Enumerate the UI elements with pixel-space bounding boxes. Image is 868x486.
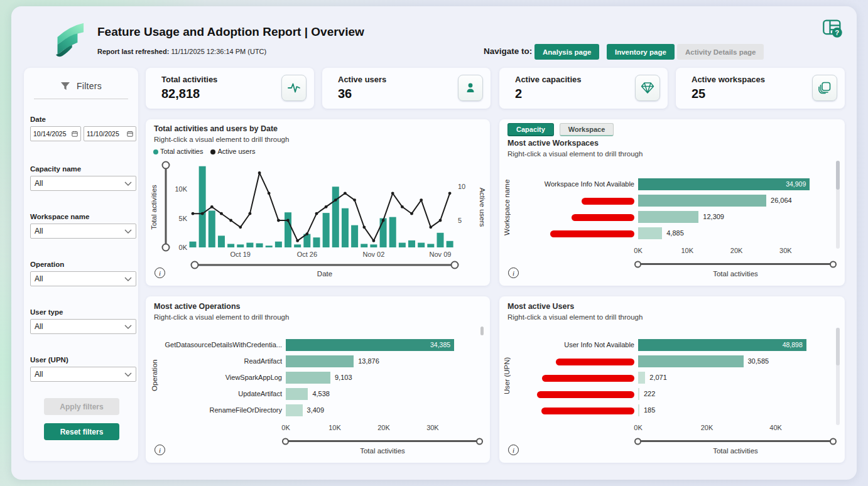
users-point[interactable] [334, 198, 337, 202]
bar[interactable] [286, 355, 354, 367]
slider-handle[interactable] [830, 261, 837, 267]
activity-bar[interactable] [285, 212, 291, 247]
users-point[interactable] [305, 232, 308, 235]
kpi-icon-button[interactable] [812, 75, 837, 101]
bar[interactable]: 34,909 [638, 178, 810, 190]
bar[interactable] [638, 195, 766, 207]
user-type-dropdown[interactable]: All [30, 319, 136, 334]
bar[interactable] [638, 211, 698, 223]
users-point[interactable] [448, 192, 452, 195]
info-icon[interactable]: i [155, 267, 165, 278]
activity-bar[interactable] [389, 217, 396, 247]
users-point[interactable] [429, 225, 432, 229]
users-point[interactable] [372, 239, 376, 242]
x-range-slider[interactable] [638, 440, 833, 442]
activity-bar[interactable] [399, 243, 406, 247]
activity-bar[interactable] [351, 225, 358, 247]
users-line[interactable] [193, 173, 450, 240]
users-point[interactable] [325, 205, 328, 208]
activity-bar[interactable] [447, 241, 453, 247]
activity-bar[interactable] [380, 219, 387, 248]
activity-bar[interactable] [332, 186, 339, 247]
activity-bar[interactable] [209, 210, 215, 247]
bar[interactable] [638, 388, 639, 400]
activity-bar[interactable] [370, 244, 377, 247]
date-to-input[interactable]: 11/10/2025 [84, 126, 136, 141]
kpi-icon-button[interactable] [281, 75, 307, 101]
users-point[interactable] [439, 219, 442, 222]
analysis-page-button[interactable]: Analysis page [534, 44, 599, 60]
users-point[interactable] [220, 212, 223, 215]
info-icon[interactable]: i [155, 445, 165, 455]
x-range-slider[interactable] [638, 263, 833, 265]
scrollbar-thumb[interactable] [836, 328, 840, 365]
users-point[interactable] [362, 225, 366, 229]
activity-bar[interactable] [275, 242, 282, 247]
users-point[interactable] [192, 212, 195, 215]
activity-bar[interactable] [266, 246, 273, 247]
slider-handle[interactable] [476, 438, 483, 445]
slider-handle[interactable] [634, 438, 641, 445]
inventory-page-button[interactable]: Inventory page [607, 44, 675, 60]
activity-bar[interactable] [237, 244, 244, 247]
users-point[interactable] [286, 219, 290, 222]
users-point[interactable] [249, 212, 252, 215]
reset-filters-button[interactable]: Reset filters [44, 423, 119, 440]
info-icon[interactable]: i [508, 445, 519, 455]
users-point[interactable] [239, 225, 242, 229]
scrollbar-thumb[interactable] [836, 161, 840, 190]
report-help-button[interactable]: ? [818, 14, 847, 43]
bar[interactable]: 48,898 [638, 339, 806, 351]
users-point[interactable] [391, 192, 394, 195]
scrollbar-thumb[interactable] [480, 327, 484, 335]
apply-filters-button[interactable]: Apply filters [44, 398, 119, 415]
users-point[interactable] [353, 198, 356, 202]
users-point[interactable] [229, 219, 232, 222]
bar[interactable] [286, 372, 330, 384]
x-range-slider[interactable] [286, 440, 479, 442]
users-point[interactable] [210, 205, 214, 208]
bar[interactable]: 34,385 [286, 339, 454, 351]
bar[interactable] [286, 388, 308, 400]
slider-handle[interactable] [452, 262, 458, 269]
slider-handle[interactable] [634, 261, 641, 267]
info-icon[interactable]: i [508, 267, 519, 278]
users-point[interactable] [258, 171, 261, 175]
users-point[interactable] [201, 212, 204, 215]
date-from-input[interactable]: 10/14/2025 [30, 126, 81, 141]
activity-bar[interactable] [199, 166, 206, 247]
users-point[interactable] [277, 219, 280, 222]
activity-bar[interactable] [294, 244, 301, 247]
users-point[interactable] [344, 192, 347, 195]
activity-bar[interactable] [342, 208, 349, 247]
activity-bar[interactable] [218, 235, 225, 247]
users-point[interactable] [401, 205, 404, 208]
activity-bar[interactable] [437, 233, 443, 247]
users-point[interactable] [315, 212, 318, 215]
bar[interactable] [638, 404, 639, 416]
activity-bar[interactable] [427, 244, 434, 247]
capacity-dropdown[interactable]: All [30, 176, 136, 191]
activity-bar[interactable] [408, 240, 415, 247]
activity-bar[interactable] [323, 213, 330, 247]
kpi-icon-button[interactable] [458, 75, 483, 101]
activity-bar[interactable] [313, 237, 320, 247]
slider-handle[interactable] [192, 262, 198, 269]
activity-bar[interactable] [246, 243, 253, 247]
users-point[interactable] [296, 239, 299, 242]
activity-bar[interactable] [418, 243, 425, 247]
bar[interactable] [638, 355, 744, 367]
activity-bar[interactable] [256, 243, 263, 247]
bar[interactable] [638, 372, 645, 384]
bar[interactable] [638, 227, 662, 239]
users-point[interactable] [420, 198, 423, 202]
user-upn-dropdown[interactable]: All [30, 367, 136, 382]
users-point[interactable] [382, 219, 385, 222]
activity-bar[interactable] [227, 244, 234, 247]
activity-bar[interactable] [190, 242, 197, 247]
slider-handle[interactable] [830, 438, 837, 445]
workspace-dropdown[interactable]: All [30, 224, 136, 239]
kpi-icon-button[interactable] [635, 75, 660, 101]
operation-dropdown[interactable]: All [30, 271, 136, 286]
slider-handle[interactable] [163, 244, 170, 251]
